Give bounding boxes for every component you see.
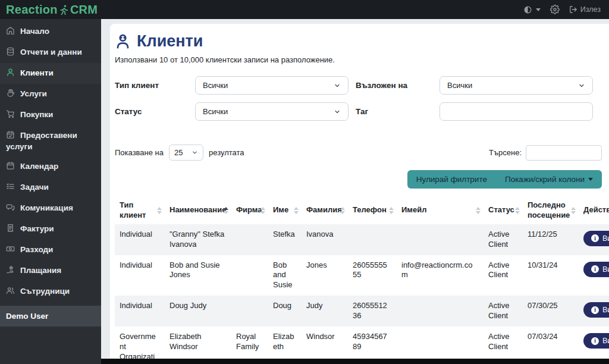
cell-company [231, 255, 268, 296]
hand-icon [6, 89, 15, 100]
cell-email [397, 224, 484, 255]
user-icon [6, 68, 15, 79]
search-input[interactable] [526, 145, 602, 161]
sort-icon [389, 207, 394, 214]
logout-button[interactable]: Излез [569, 5, 601, 14]
cell-phone: 4593456789 [348, 327, 397, 359]
sidebar-item-home[interactable]: Начало [0, 21, 101, 42]
cell-company [231, 224, 268, 255]
column-header[interactable]: Действия [579, 197, 609, 224]
column-label: Име [273, 205, 288, 214]
sort-icon [476, 207, 481, 214]
cell-email [397, 327, 484, 359]
view-button[interactable]: i Виж [583, 333, 609, 349]
chevron-down-icon [334, 82, 341, 89]
view-button[interactable]: i Виж [583, 302, 609, 318]
info-icon: i [591, 234, 599, 242]
page-size-value: 25 [174, 148, 183, 157]
table-body: Individual "Granny" Stefka Ivanova Stefk… [115, 224, 609, 359]
cell-last-visit: 07/03/24 [523, 327, 579, 359]
tasks-icon [6, 182, 15, 193]
table-row: Individual Bob and Susie Jones Bob and S… [115, 255, 609, 296]
cell-actions: i Виж [579, 296, 609, 327]
column-header[interactable]: Имейл [397, 197, 484, 224]
sidebar-item-reports[interactable]: Отчети и данни [0, 42, 101, 63]
column-label: Фирма [236, 205, 262, 214]
sidebar-item-provided[interactable]: Предоставени услуги [0, 125, 101, 156]
status-value: Всички [203, 107, 228, 116]
sidebar-item-services[interactable]: Услуги [0, 84, 101, 105]
chevron-down-icon[interactable] [536, 8, 541, 11]
sidebar-item-invoices[interactable]: Фактури [0, 219, 101, 240]
expenses-icon [6, 244, 15, 256]
column-header[interactable]: Телефон [348, 197, 397, 224]
assigned-to-select[interactable]: Всички [440, 76, 593, 95]
cell-company: Royal Family [231, 327, 268, 359]
page-size-select[interactable]: 25 [169, 145, 203, 161]
column-header[interactable]: Фирма [231, 197, 268, 224]
table-row: Individual "Granny" Stefka Ivanova Stefk… [115, 224, 609, 255]
column-label: Статус [488, 205, 514, 214]
info-icon: i [591, 337, 599, 345]
cell-status: Active Client [484, 255, 523, 296]
column-label: Действия [583, 205, 609, 214]
view-button[interactable]: i Виж [583, 231, 609, 246]
column-header[interactable]: Последно посещение [523, 197, 579, 224]
cell-last-visit: 10/31/24 [523, 255, 579, 296]
column-label: Наименование [169, 205, 226, 214]
cell-email: info@reactioncrm.com [397, 255, 484, 296]
cell-name: "Granny" Stefka Ivanova [165, 224, 231, 255]
calendar-icon [6, 161, 15, 172]
topbar: Reaction CRM Излез [0, 0, 609, 19]
column-header[interactable]: Наименование [165, 197, 231, 224]
sort-icon [157, 207, 162, 214]
runner-icon [58, 4, 70, 15]
toggle-columns-button[interactable]: Покажи/скрий колони [496, 170, 602, 189]
cell-phone [348, 224, 397, 255]
user-bar[interactable]: Demo User [0, 306, 101, 327]
brand-text-crm: CRM [70, 3, 98, 17]
cell-company [231, 296, 268, 327]
cell-status: Active Client [484, 327, 523, 359]
column-header[interactable]: Статус [484, 197, 523, 224]
cell-name: Doug Judy [165, 296, 231, 327]
theme-contrast-icon[interactable] [523, 5, 532, 14]
sidebar-item-clients[interactable]: Клиенти [0, 63, 101, 84]
sidebar-item-expenses[interactable]: Разходи [0, 240, 101, 261]
clients-card: Клиенти Използвани 10 от 10,000 клиентск… [110, 24, 609, 359]
cell-last-visit: 11/12/25 [523, 224, 579, 255]
status-label: Статус [115, 107, 195, 116]
cell-phone: 2605555555 [348, 255, 397, 296]
invoice-icon [6, 224, 15, 235]
sidebar-item-communication[interactable]: Комуникация [0, 198, 101, 219]
view-button[interactable]: i Виж [583, 262, 609, 277]
table-actions: Нулирай филтрите Покажи/скрий колони [115, 170, 609, 189]
column-label: Последно посещение [528, 200, 570, 219]
sidebar-item-tasks[interactable]: Задачи [0, 177, 101, 198]
sort-icon [294, 207, 299, 214]
assigned-to-value: Всички [447, 81, 472, 90]
cell-last-name: Jones [302, 255, 348, 296]
cell-type: Individual [115, 224, 165, 255]
client-type-select[interactable]: Всички [195, 76, 349, 95]
sidebar: Начало Отчети и данни Клиенти Услуги Пок… [0, 19, 101, 364]
calendar-check-icon [6, 130, 15, 142]
page-subtitle: Използвани 10 от 10,000 клиентски записи… [115, 55, 609, 64]
home-icon [6, 26, 15, 37]
settings-gear-icon[interactable] [550, 5, 560, 14]
app-logo[interactable]: Reaction CRM [0, 3, 98, 17]
tag-input[interactable] [440, 102, 593, 121]
column-header[interactable]: Фамилия [302, 197, 348, 224]
column-header[interactable]: Име [268, 197, 302, 224]
sidebar-item-calendar[interactable]: Календар [0, 156, 101, 177]
column-header[interactable]: Тип клиент [115, 197, 165, 224]
sidebar-item-purchases[interactable]: Покупки [0, 105, 101, 125]
sidebar-item-collaborators[interactable]: Сътрудници [0, 281, 101, 302]
sidebar-item-payments[interactable]: Плащания [0, 261, 101, 281]
sidebar-nav: Начало Отчети и данни Клиенти Услуги Пок… [0, 19, 101, 302]
user-name: Demo User [6, 312, 48, 321]
cell-email [397, 296, 484, 327]
status-select[interactable]: Всички [195, 102, 349, 121]
reset-filters-button[interactable]: Нулирай филтрите [407, 170, 496, 189]
cell-type: Individual [115, 296, 165, 327]
